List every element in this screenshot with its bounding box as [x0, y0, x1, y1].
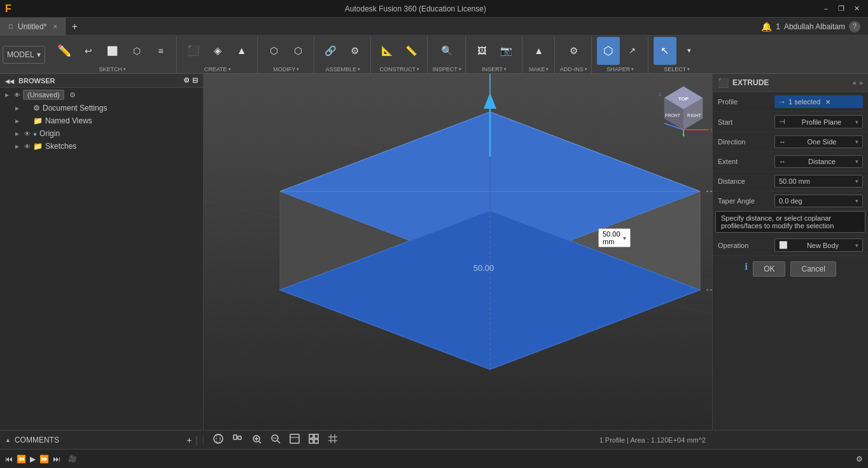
insert-btn1[interactable]: 🖼: [471, 37, 494, 65]
profile-value[interactable]: → 1 selected ✕: [774, 95, 863, 108]
root-eye-icon[interactable]: 👁: [14, 92, 20, 99]
browser-collapse-icon[interactable]: ◀◀: [5, 78, 14, 85]
construct-btn2[interactable]: 📏: [400, 37, 423, 65]
anim-next-end-button[interactable]: ⏭: [53, 455, 60, 464]
create-revolve-button[interactable]: ◈: [206, 37, 229, 65]
assemble-group-label[interactable]: ASSEMBLE ▾: [325, 66, 360, 72]
anim-prev-start-button[interactable]: ⏮: [5, 455, 13, 464]
distance-input[interactable]: 50.00 mm ▾: [774, 175, 863, 188]
root-settings-icon[interactable]: ⚙: [69, 91, 76, 99]
dimension-label[interactable]: 50.00 mm ▾: [598, 228, 631, 247]
operation-dropdown[interactable]: ⬜ New Body ▾: [774, 238, 863, 252]
select-btn2[interactable]: ▾: [678, 37, 701, 65]
anim-next-button[interactable]: ⏩: [39, 455, 49, 464]
make-group-label[interactable]: MAKE ▾: [529, 66, 549, 72]
select-btn1[interactable]: ↖: [654, 37, 676, 65]
modify-btn1[interactable]: ⬡: [263, 37, 286, 65]
browser-root-item[interactable]: ▶ 👁 (Unsaved) ⚙: [0, 88, 203, 102]
insert-group-label[interactable]: INSERT ▾: [482, 66, 507, 72]
extent-dropdown[interactable]: ↔ Distance ▾: [774, 155, 863, 168]
grid-button1[interactable]: [305, 432, 322, 448]
addins-group-label[interactable]: ADD-INS ▾: [560, 66, 587, 72]
model-dropdown[interactable]: MODEL ▾: [3, 46, 45, 64]
create-more-button[interactable]: ▲: [230, 37, 253, 65]
construct-group-label[interactable]: CONSTRUCT ▾: [379, 66, 419, 72]
sketch-group-label[interactable]: SKETCH ▾: [99, 66, 126, 72]
grid-button2[interactable]: [325, 432, 341, 448]
taper-input[interactable]: 0.0 deg ▾: [774, 195, 863, 207]
browser-doc-settings-item[interactable]: ▶ 👁 ⚙ Document Settings: [0, 102, 203, 114]
anim-settings-button[interactable]: ⚙: [856, 455, 863, 464]
sketch-finish-button[interactable]: ⬜: [101, 37, 124, 65]
svg-text:Z: Z: [659, 92, 662, 97]
shaper-btn1[interactable]: ⬡: [597, 37, 620, 65]
browser-expand-icon[interactable]: ⊟: [192, 76, 198, 85]
browser-origin-item[interactable]: ▶ 👁 ● Origin: [0, 127, 203, 140]
create-group-label[interactable]: CREATE ▾: [204, 66, 231, 72]
add-tab-button[interactable]: +: [66, 18, 83, 36]
insert-row: 🖼 📷: [471, 37, 518, 65]
insert-btn2[interactable]: 📷: [495, 37, 518, 65]
notification-icon[interactable]: 🔔: [761, 22, 772, 32]
ok-button[interactable]: OK: [753, 261, 785, 277]
help-button[interactable]: ?: [849, 21, 860, 32]
svg-text:Y: Y: [682, 134, 685, 137]
sketches-eye-icon[interactable]: 👁: [24, 143, 31, 150]
assemble-btn1[interactable]: 🔗: [319, 37, 342, 65]
display-settings-button[interactable]: [286, 432, 303, 448]
svg-text:TOP: TOP: [678, 96, 689, 102]
orbit-button[interactable]: [210, 432, 227, 448]
select-group-label[interactable]: SELECT ▾: [664, 66, 690, 72]
zoom-box-button[interactable]: [267, 432, 284, 448]
pan-button[interactable]: [229, 432, 246, 448]
sketch-extra-button[interactable]: ⬡: [125, 37, 148, 65]
anim-prev-button[interactable]: ⏪: [17, 455, 26, 464]
modify-btn2[interactable]: ⬡: [287, 37, 310, 65]
distance-value-text: 50.00 mm: [779, 177, 810, 185]
shaper-btn2[interactable]: ↗: [621, 37, 644, 65]
direction-dropdown[interactable]: ↔ One Side ▾: [774, 135, 863, 148]
shaper-group-label[interactable]: SHAPER ▾: [606, 66, 634, 72]
profile-clear-button[interactable]: ✕: [825, 99, 830, 106]
inspect-group-label[interactable]: INSPECT ▾: [433, 66, 461, 72]
construct-btn1[interactable]: 📐: [376, 37, 399, 65]
modify-group-label[interactable]: MODIFY ▾: [273, 66, 299, 72]
panel-collapse-button[interactable]: «: [853, 79, 857, 86]
assemble-btn2[interactable]: ⚙: [344, 37, 367, 65]
viewport[interactable]: 50.00 50.00 mm ▾: [204, 74, 712, 430]
origin-eye-icon[interactable]: 👁: [24, 130, 31, 137]
inspect-btn1[interactable]: 🔍: [435, 37, 458, 65]
info-icon[interactable]: ℹ: [745, 261, 748, 277]
dimension-dropdown-icon[interactable]: ▾: [623, 235, 626, 242]
sketch-more-button[interactable]: ≡: [150, 37, 172, 65]
inspect-arrow-icon: ▾: [459, 67, 461, 72]
minimize-button[interactable]: −: [820, 3, 832, 15]
start-dropdown[interactable]: ⊣ Profile Plane ▾: [774, 115, 863, 128]
make-btn1[interactable]: ▲: [528, 37, 550, 65]
anim-camera-icon[interactable]: 🎥: [68, 455, 77, 463]
create-extrude-button[interactable]: ⬛: [182, 37, 205, 65]
browser-sketches-item[interactable]: ▶ 👁 📁 Sketches: [0, 140, 203, 153]
browser-settings-icon[interactable]: ⚙: [183, 76, 190, 85]
anim-play-button[interactable]: ▶: [30, 455, 36, 464]
sketch-undo-button[interactable]: ↩: [77, 37, 100, 65]
named-views-eye-icon: 👁: [24, 118, 31, 125]
restore-button[interactable]: ❐: [835, 3, 848, 15]
zoom-fit-button[interactable]: [248, 432, 265, 448]
addins-btn1[interactable]: ⚙: [562, 37, 585, 65]
viewcube[interactable]: TOP RIGHT FRONT X Y Z: [655, 80, 706, 131]
sketch-create-button[interactable]: ✏️: [53, 37, 76, 65]
cancel-button[interactable]: Cancel: [790, 261, 836, 277]
active-tab[interactable]: 🗋 Untitled* ×: [0, 18, 66, 36]
insert-label-text: INSERT: [482, 66, 503, 72]
panel-expand-button[interactable]: »: [859, 79, 863, 86]
comments-add-button[interactable]: +: [186, 435, 192, 445]
create-row: ⬛ ◈ ▲: [182, 37, 253, 65]
user-info: 🔔 1 Abdullah Albaitam ?: [753, 21, 868, 32]
tab-close-button[interactable]: ×: [53, 22, 57, 31]
tab-label: Untitled*: [18, 22, 46, 31]
comments-collapse-icon[interactable]: ▲: [5, 437, 11, 443]
grid-icon1: [308, 433, 319, 444]
browser-named-views-item[interactable]: ▶ 👁 📁 Named Views: [0, 114, 203, 127]
close-button[interactable]: ✕: [850, 3, 863, 15]
